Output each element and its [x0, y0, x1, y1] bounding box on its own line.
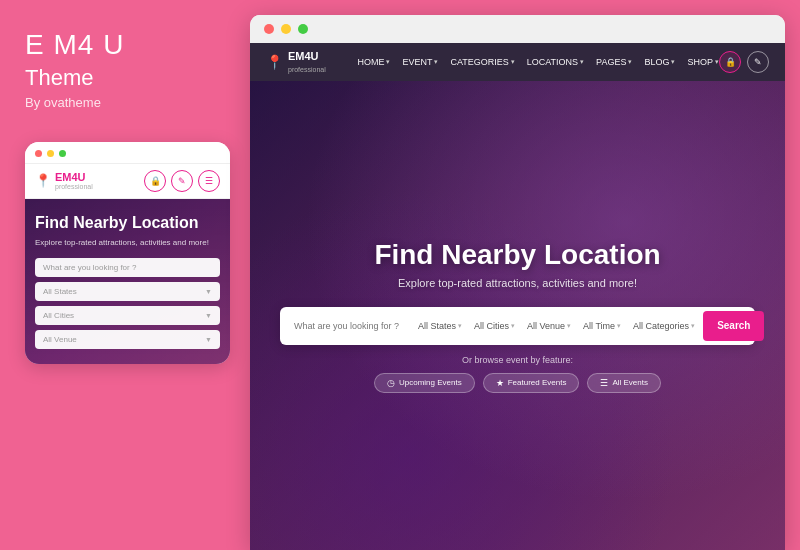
venue-filter[interactable]: All Venue ▾: [523, 321, 575, 331]
right-panel: 📍 EM4U professional HOME ▾ EVENT ▾ CATEG…: [250, 15, 785, 550]
nav-lock-btn[interactable]: 🔒: [719, 51, 741, 73]
site-pin-icon: 📍: [266, 54, 283, 70]
browse-tags: ◷ Upcoming Events ★ Featured Events ☰ Al…: [280, 373, 755, 393]
browser-dot-red[interactable]: [264, 24, 274, 34]
nav-locations[interactable]: LOCATIONS ▾: [527, 57, 584, 67]
brand-title: E M4 U: [25, 30, 225, 61]
mobile-mockup: 📍 EM4U professional 🔒 ✎ ☰ Find Nearby Lo…: [25, 142, 230, 365]
site-hero: Find Nearby Location Explore top-rated a…: [250, 81, 785, 550]
upcoming-icon: ◷: [387, 378, 395, 388]
hero-content: Find Nearby Location Explore top-rated a…: [280, 239, 755, 393]
time-filter[interactable]: All Time ▾: [579, 321, 625, 331]
caret-icon: ▾: [458, 322, 462, 330]
site-logo-text: EM4U: [288, 50, 319, 62]
brand-name-bold: E M4 U: [25, 29, 124, 60]
left-panel: E M4 U Theme By ovatheme 📍 EM4U professi…: [0, 0, 250, 550]
caret-icon: ▾: [628, 58, 632, 66]
hero-title: Find Nearby Location: [280, 239, 755, 271]
nav-icons-right: 🔒 ✎: [719, 51, 769, 73]
cities-filter[interactable]: All Cities ▾: [470, 321, 519, 331]
select-arrow: ▼: [205, 312, 212, 319]
nav-blog[interactable]: BLOG ▾: [644, 57, 675, 67]
mobile-dot-red: [35, 150, 42, 157]
search-button[interactable]: Search: [703, 311, 764, 341]
mobile-edit-btn[interactable]: ✎: [171, 170, 193, 192]
nav-shop[interactable]: SHOP ▾: [687, 57, 719, 67]
featured-events-tag[interactable]: ★ Featured Events: [483, 373, 580, 393]
caret-icon: ▾: [671, 58, 675, 66]
select-arrow: ▼: [205, 336, 212, 343]
mobile-select-cities[interactable]: All Cities ▼: [35, 306, 220, 325]
search-input[interactable]: [290, 321, 410, 331]
caret-icon: ▾: [511, 58, 515, 66]
caret-icon: ▾: [617, 322, 621, 330]
mobile-nav: 📍 EM4U professional 🔒 ✎ ☰: [25, 164, 230, 199]
all-events-icon: ☰: [600, 378, 608, 388]
browser-dot-yellow[interactable]: [281, 24, 291, 34]
mobile-hero-title: Find Nearby Location: [35, 213, 220, 232]
nav-home[interactable]: HOME ▾: [357, 57, 390, 67]
nav-event[interactable]: EVENT ▾: [402, 57, 438, 67]
all-events-tag[interactable]: ☰ All Events: [587, 373, 661, 393]
site-nav-logo: 📍 EM4U professional: [266, 50, 357, 74]
site-logo-sub: professional: [288, 66, 326, 73]
brand-subtitle: Theme: [25, 65, 225, 91]
mobile-search-input[interactable]: What are you looking for ?: [35, 258, 220, 277]
pin-icon: 📍: [35, 173, 51, 188]
mobile-dot-yellow: [47, 150, 54, 157]
mobile-lock-btn[interactable]: 🔒: [144, 170, 166, 192]
upcoming-events-tag[interactable]: ◷ Upcoming Events: [374, 373, 475, 393]
caret-icon: ▾: [567, 322, 571, 330]
mobile-nav-logo: 📍 EM4U professional: [35, 171, 93, 190]
caret-icon: ▾: [691, 322, 695, 330]
mobile-hero-sub: Explore top-rated attractions, activitie…: [35, 238, 220, 248]
featured-icon: ★: [496, 378, 504, 388]
nav-edit-btn[interactable]: ✎: [747, 51, 769, 73]
caret-icon: ▾: [511, 322, 515, 330]
mobile-logo-sub: professional: [55, 183, 93, 190]
caret-icon: ▾: [580, 58, 584, 66]
hero-subtitle: Explore top-rated attractions, activitie…: [280, 277, 755, 289]
categories-filter[interactable]: All Categories ▾: [629, 321, 699, 331]
search-bar: All States ▾ All Cities ▾ All Venue ▾: [280, 307, 755, 345]
states-filter[interactable]: All States ▾: [414, 321, 466, 331]
website: 📍 EM4U professional HOME ▾ EVENT ▾ CATEG…: [250, 43, 785, 550]
brand-by: By ovatheme: [25, 95, 225, 110]
caret-icon: ▾: [434, 58, 438, 66]
mobile-nav-icons: 🔒 ✎ ☰: [144, 170, 220, 192]
mobile-select-venue[interactable]: All Venue ▼: [35, 330, 220, 349]
mobile-logo-text: EM4U: [55, 171, 86, 183]
browser-dot-green[interactable]: [298, 24, 308, 34]
nav-categories[interactable]: CATEGORIES ▾: [450, 57, 514, 67]
caret-icon: ▾: [386, 58, 390, 66]
nav-pages[interactable]: PAGES ▾: [596, 57, 632, 67]
mobile-top-bar: [25, 142, 230, 164]
mobile-menu-btn[interactable]: ☰: [198, 170, 220, 192]
mobile-hero: Find Nearby Location Explore top-rated a…: [25, 199, 230, 365]
browse-label: Or browse event by feature:: [280, 355, 755, 365]
mobile-select-states[interactable]: All States ▼: [35, 282, 220, 301]
browser-bar: [250, 15, 785, 43]
site-nav: 📍 EM4U professional HOME ▾ EVENT ▾ CATEG…: [250, 43, 785, 81]
nav-links: HOME ▾ EVENT ▾ CATEGORIES ▾ LOCATIONS ▾ …: [357, 57, 719, 67]
mobile-dot-green: [59, 150, 66, 157]
select-arrow: ▼: [205, 288, 212, 295]
